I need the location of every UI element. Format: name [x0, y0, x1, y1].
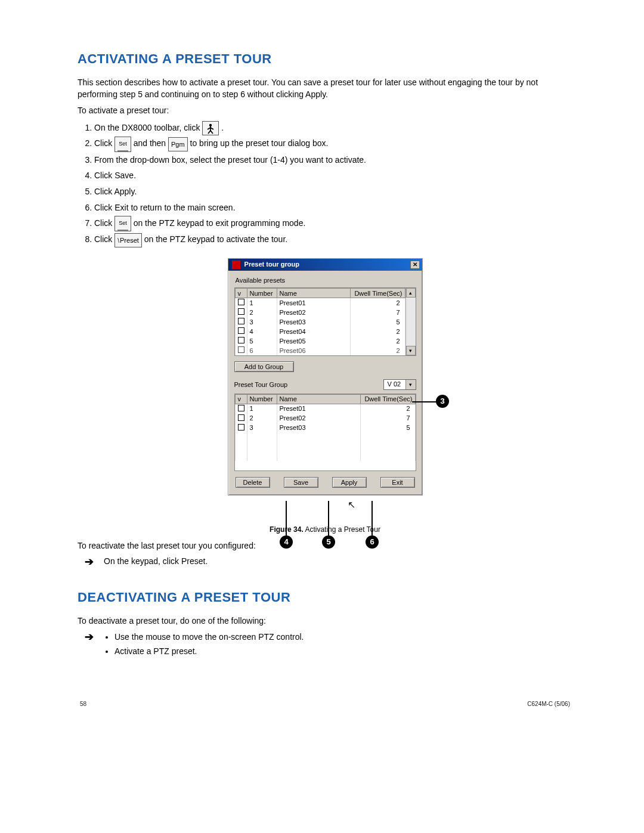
- step-7: Click Set on the PTZ keypad to exit prog…: [94, 215, 572, 231]
- delete-button[interactable]: Delete: [236, 477, 270, 488]
- scrollbar[interactable]: ▴ ▾: [405, 288, 416, 355]
- callout-line: [286, 501, 287, 535]
- dialog-titlebar: Preset tour group ✕: [228, 259, 422, 271]
- chevron-down-icon[interactable]: ▾: [405, 380, 416, 389]
- figure-caption: Figure 34. Activating a Preset Tour: [78, 525, 572, 534]
- arrow-right-icon: ➔: [85, 630, 95, 643]
- step-4: Click Save.: [94, 168, 572, 184]
- reactivate-bullet: On the keypad, click Preset.: [104, 555, 208, 567]
- callout-5: 5: [322, 535, 335, 549]
- step-2-text-c: to bring up the preset tour dialog box.: [190, 138, 329, 148]
- dialog-title-icon: [232, 261, 240, 269]
- available-presets-table: v Number Name Dwell Time(Sec) 1Preset012…: [234, 287, 416, 356]
- preset-tour-dialog: Preset tour group ✕ Available presets v …: [228, 258, 423, 496]
- deactivate-bullet-2: Activate a PTZ preset.: [114, 645, 304, 659]
- col-number[interactable]: Number: [247, 289, 277, 298]
- pgm-icon: Pgm: [168, 137, 188, 151]
- page-number: 58: [80, 701, 86, 707]
- callout-3: 3: [436, 395, 449, 408]
- exit-button[interactable]: Exit: [380, 477, 415, 488]
- step-8-text-a: Click: [94, 234, 114, 244]
- to-activate-lead: To activate a preset tour:: [78, 104, 572, 116]
- checkbox[interactable]: [238, 327, 244, 334]
- step-7-text-a: Click: [94, 218, 114, 228]
- intro-paragraph: This section describes how to activate a…: [78, 76, 572, 101]
- preset-tour-group-label: Preset Tour Group: [234, 381, 288, 388]
- table-row[interactable]: 2Preset027: [235, 413, 415, 423]
- add-to-group-button[interactable]: Add to Group: [234, 361, 294, 372]
- checkbox[interactable]: [238, 405, 244, 411]
- step-5: Click Apply.: [94, 184, 572, 200]
- col-v-2[interactable]: v: [235, 394, 247, 404]
- callout-4: 4: [280, 535, 293, 549]
- heading-activating: ACTIVATING A PRESET TOUR: [78, 51, 572, 67]
- table-row[interactable]: 1Preset012: [235, 298, 405, 308]
- set-icon: Set: [114, 137, 131, 152]
- table-row[interactable]: 4Preset042: [235, 327, 405, 336]
- table-row[interactable]: 2Preset027: [235, 308, 405, 317]
- table-row[interactable]: 3Preset035: [235, 423, 415, 432]
- available-presets-label: Available presets: [236, 277, 416, 284]
- tour-group-select[interactable]: V 02 ▾: [383, 379, 416, 390]
- deactivate-bullet-1: Use the mouse to move the on-screen PTZ …: [114, 630, 304, 645]
- preset-icon: Preset: [114, 233, 142, 247]
- step-7-text-b: on the PTZ keypad to exit programming mo…: [134, 218, 306, 228]
- arrow-right-icon: ➔: [85, 555, 95, 568]
- checkbox[interactable]: [238, 308, 244, 315]
- set-icon-2: Set: [114, 216, 131, 231]
- callout-6: 6: [366, 535, 379, 549]
- person-icon: [202, 121, 219, 135]
- figure-title: Activating a Preset Tour: [304, 525, 380, 534]
- step-8-text-b: on the PTZ keypad to activate the tour.: [144, 234, 287, 244]
- checkbox[interactable]: [238, 414, 244, 421]
- page-footer: 58 C624M-C (5/06): [78, 701, 572, 707]
- col-name[interactable]: Name: [277, 289, 350, 298]
- checkbox[interactable]: [238, 299, 244, 305]
- callout-line: [328, 501, 329, 535]
- scroll-up-icon[interactable]: ▴: [406, 288, 416, 298]
- figure-34: Preset tour group ✕ Available presets v …: [134, 258, 516, 496]
- table-row[interactable]: 6Preset062: [235, 346, 405, 355]
- checkbox[interactable]: [238, 346, 244, 353]
- table-row[interactable]: 5Preset052: [235, 336, 405, 346]
- cursor-icon: ↖: [348, 499, 355, 510]
- checkbox[interactable]: [238, 337, 244, 343]
- apply-button[interactable]: Apply: [332, 477, 367, 488]
- col-number-2[interactable]: Number: [247, 394, 277, 404]
- step-1-text-b: .: [221, 123, 224, 132]
- callout-line: [412, 401, 436, 402]
- table-row[interactable]: 3Preset035: [235, 317, 405, 327]
- col-name-2[interactable]: Name: [277, 394, 360, 404]
- step-1: On the DX8000 toolbar, click .: [94, 120, 572, 136]
- step-2-text-b: and then: [134, 138, 168, 148]
- heading-deactivating: DEACTIVATING A PRESET TOUR: [78, 590, 572, 605]
- save-button[interactable]: Save: [284, 477, 318, 488]
- step-6: Click Exit to return to the main screen.: [94, 200, 572, 216]
- document-id: C624M-C (5/06): [527, 701, 570, 707]
- step-8: Click Preset on the PTZ keypad to activa…: [94, 231, 572, 247]
- tour-group-table: v Number Name Dwell Time(Sec) 1Preset012…: [234, 394, 416, 471]
- svg-point-0: [209, 124, 212, 126]
- col-v[interactable]: v: [235, 289, 247, 298]
- tour-group-value: V 02: [384, 380, 405, 389]
- col-dwell-2[interactable]: Dwell Time(Sec): [360, 394, 415, 404]
- close-icon[interactable]: ✕: [410, 261, 420, 269]
- step-1-text-a: On the DX8000 toolbar, click: [94, 123, 202, 132]
- checkbox[interactable]: [238, 318, 244, 324]
- deactivate-lead: To deactivate a preset tour, do one of t…: [78, 615, 572, 627]
- step-2-text-a: Click: [94, 138, 114, 148]
- callout-line: [371, 501, 373, 535]
- scroll-down-icon[interactable]: ▾: [406, 346, 416, 355]
- step-3: From the drop-down box, select the prese…: [94, 152, 572, 168]
- col-dwell[interactable]: Dwell Time(Sec): [350, 289, 405, 298]
- activate-steps: On the DX8000 toolbar, click . Click Set…: [78, 120, 572, 247]
- table-row[interactable]: 1Preset012: [235, 404, 415, 413]
- step-2: Click Set and then Pgm to bring up the p…: [94, 135, 572, 151]
- dialog-title: Preset tour group: [244, 261, 299, 268]
- checkbox[interactable]: [238, 424, 244, 431]
